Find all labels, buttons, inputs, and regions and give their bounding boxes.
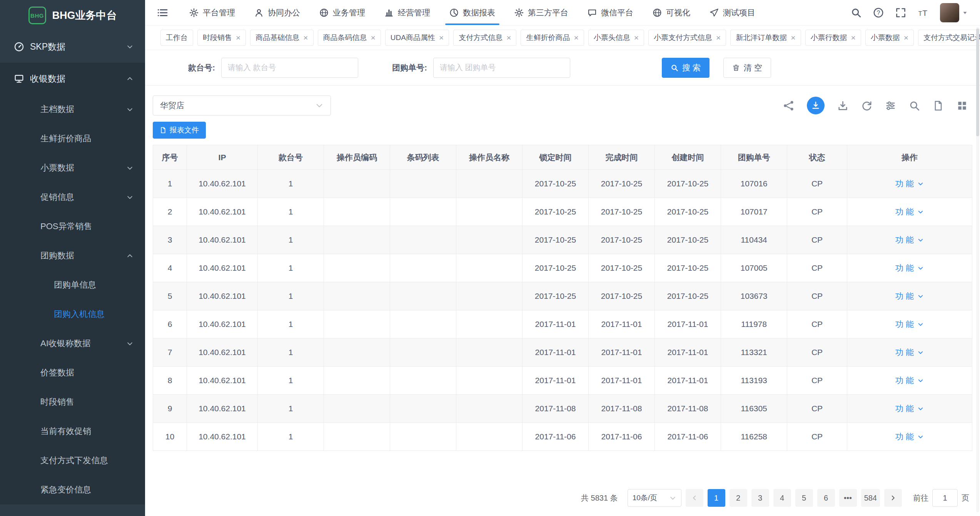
- zoom-icon[interactable]: [909, 100, 920, 111]
- font-size-icon[interactable]: TT: [918, 7, 928, 18]
- sidebar-item[interactable]: AI收银称数据: [0, 329, 145, 358]
- sidebar-item[interactable]: 促销信息: [0, 183, 145, 212]
- sidebar-item[interactable]: 小票数据: [0, 153, 145, 183]
- user-avatar[interactable]: [940, 3, 959, 22]
- tab[interactable]: 小票数据 ×: [865, 30, 914, 46]
- top-nav-item[interactable]: 协同办公: [245, 0, 310, 25]
- tab[interactable]: 支付方式信息 ×: [453, 30, 516, 46]
- document-icon[interactable]: [933, 100, 944, 111]
- grid-columns-icon[interactable]: [957, 100, 968, 111]
- page-button[interactable]: 4: [773, 489, 791, 507]
- store-select[interactable]: 华贸店: [153, 95, 331, 116]
- sidebar-item[interactable]: 团购数据: [0, 241, 145, 270]
- cell-finish-time: 2017-10-25: [589, 254, 655, 282]
- function-dropdown[interactable]: 功 能: [895, 375, 924, 386]
- report-file-label: 报表文件: [170, 125, 199, 135]
- till-number-input[interactable]: [221, 58, 358, 78]
- top-nav-item[interactable]: 微信平台: [578, 0, 643, 25]
- sidebar-item[interactable]: 紧急变价信息: [0, 475, 145, 504]
- tab[interactable]: 工作台: [160, 30, 193, 46]
- tab-close-icon[interactable]: ×: [634, 34, 639, 42]
- page-button[interactable]: 1: [708, 489, 725, 507]
- sidebar-item[interactable]: 主档数据: [0, 95, 145, 124]
- top-nav-item[interactable]: 经营管理: [375, 0, 440, 25]
- function-dropdown[interactable]: 功 能: [895, 431, 924, 442]
- function-dropdown[interactable]: 功 能: [895, 206, 924, 217]
- tab-close-icon[interactable]: ×: [851, 34, 856, 42]
- tab[interactable]: 新北洋订单数据 ×: [730, 30, 801, 46]
- sidebar-item[interactable]: 时段销售: [0, 387, 145, 417]
- goto-page-input[interactable]: [932, 489, 958, 507]
- page-button[interactable]: 6: [817, 489, 835, 507]
- cell-group-order-no: 113321: [721, 338, 787, 367]
- tab[interactable]: 商品条码信息 ×: [318, 30, 381, 46]
- sidebar-item[interactable]: 生鲜折价商品: [0, 124, 145, 153]
- top-nav-item[interactable]: 平台管理: [180, 0, 245, 25]
- tab[interactable]: 生鲜折价商品 ×: [521, 30, 584, 46]
- chevron-down-icon: [126, 75, 134, 82]
- clear-button[interactable]: 清 空: [723, 58, 771, 78]
- prev-page-button[interactable]: [686, 489, 703, 507]
- page-button[interactable]: 3: [751, 489, 769, 507]
- function-dropdown[interactable]: 功 能: [895, 235, 924, 245]
- tab-close-icon[interactable]: ×: [303, 34, 308, 42]
- tab-close-icon[interactable]: ×: [236, 34, 240, 42]
- tab-close-icon[interactable]: ×: [439, 34, 444, 42]
- top-nav-item[interactable]: 业务管理: [310, 0, 375, 25]
- function-dropdown[interactable]: 功 能: [895, 347, 924, 358]
- tab[interactable]: 支付方式交易记录 ×: [918, 30, 980, 46]
- sidebar-item[interactable]: SKP数据: [0, 31, 145, 63]
- page-button[interactable]: 584: [861, 489, 880, 507]
- export-icon[interactable]: [837, 100, 848, 111]
- refresh-icon[interactable]: [861, 100, 872, 111]
- sidebar-item[interactable]: 当前有效促销: [0, 417, 145, 446]
- scrollbar-thumb[interactable]: [976, 28, 979, 136]
- tab-close-icon[interactable]: ×: [791, 34, 795, 42]
- page-button[interactable]: 2: [730, 489, 747, 507]
- tab-close-icon[interactable]: ×: [716, 34, 721, 42]
- tab[interactable]: 小票行数据 ×: [805, 30, 861, 46]
- chevron-down-icon: [126, 43, 134, 50]
- sidebar-item[interactable]: 支付方式下发信息: [0, 446, 145, 475]
- tab-close-icon[interactable]: ×: [904, 34, 908, 42]
- fullscreen-icon[interactable]: [895, 7, 906, 18]
- table-row: 6 10.40.62.101 1 2017-11-01 2017-11-01 2…: [153, 310, 972, 338]
- sidebar-item[interactable]: 团购入机信息: [0, 300, 145, 329]
- tab[interactable]: 时段销售 ×: [197, 30, 246, 46]
- function-dropdown[interactable]: 功 能: [895, 291, 924, 302]
- function-dropdown[interactable]: 功 能: [895, 263, 924, 273]
- tab[interactable]: 小票头信息 ×: [588, 30, 644, 46]
- sidebar-item[interactable]: 收银数据: [0, 63, 145, 95]
- function-dropdown[interactable]: 功 能: [895, 403, 924, 414]
- search-icon[interactable]: [851, 7, 861, 18]
- page-button[interactable]: 5: [795, 489, 813, 507]
- tab-close-icon[interactable]: ×: [574, 34, 578, 42]
- sidebar-item[interactable]: POS异常销售: [0, 212, 145, 241]
- page-size-select[interactable]: 10条/页: [628, 489, 681, 507]
- top-nav-item[interactable]: 可视化: [643, 0, 700, 25]
- top-nav-item[interactable]: 数据报表: [440, 0, 505, 25]
- help-icon[interactable]: ?: [873, 7, 884, 18]
- tab-close-icon[interactable]: ×: [371, 34, 376, 42]
- tab[interactable]: 商品基础信息 ×: [250, 30, 313, 46]
- top-nav-item[interactable]: 测试项目: [700, 0, 765, 25]
- page-button[interactable]: •••: [839, 489, 857, 507]
- tab[interactable]: UDA商品属性 ×: [385, 30, 449, 46]
- top-nav-item[interactable]: 第三方平台: [505, 0, 578, 25]
- next-page-button[interactable]: [884, 489, 902, 507]
- share-icon[interactable]: [783, 100, 794, 111]
- function-dropdown[interactable]: 功 能: [895, 319, 924, 330]
- scrollbar[interactable]: [976, 27, 979, 512]
- group-order-input[interactable]: [433, 58, 570, 78]
- report-file-button[interactable]: 报表文件: [153, 122, 206, 139]
- user-menu[interactable]: [940, 3, 968, 22]
- function-dropdown[interactable]: 功 能: [895, 178, 924, 189]
- sidebar-item[interactable]: 团购单信息: [0, 270, 145, 300]
- collapse-menu-icon[interactable]: [157, 7, 168, 18]
- download-circle-button[interactable]: [807, 97, 825, 114]
- sidebar-item[interactable]: 价签数据: [0, 358, 145, 387]
- tab[interactable]: 小票支付方式信息 ×: [648, 30, 726, 46]
- search-button[interactable]: 搜 索: [662, 58, 710, 78]
- filter-settings-icon[interactable]: [885, 100, 896, 111]
- tab-close-icon[interactable]: ×: [506, 34, 511, 42]
